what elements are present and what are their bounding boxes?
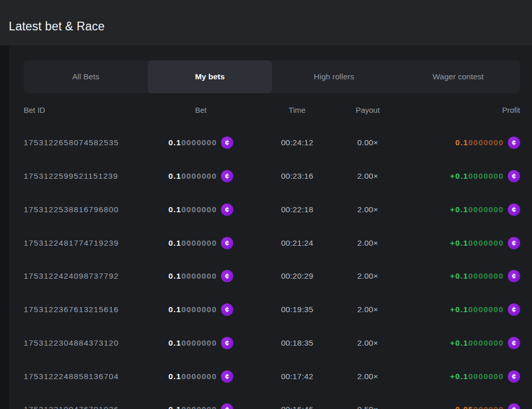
table-row[interactable]: 1753122248858136704 0.10000000 ¢ 00:17:4… [24, 360, 520, 393]
time-value: 00:17:42 [254, 372, 340, 381]
bet-id: 1753122190476791936 [24, 405, 147, 409]
bet-amount-main: 0.1 [168, 138, 181, 147]
bet-amount-main: 0.1 [168, 305, 181, 314]
bet-amount-main: 0.1 [168, 238, 181, 247]
bet-amount: 0.10000000 ¢ [168, 303, 233, 316]
profit-amount-main: +0.1 [450, 305, 468, 314]
profit-cell: 0.05000000 ¢ [396, 403, 520, 409]
bet-id: 1753122304884373120 [24, 338, 147, 348]
profit-amount: 0.10000000 ¢ [455, 137, 520, 149]
coin-icon: ¢ [221, 370, 233, 383]
profit-amount-main: 0.1 [455, 138, 468, 147]
profit-cell: +0.10000000 ¢ [396, 237, 520, 249]
time-value: 00:24:12 [254, 138, 340, 147]
time-value: 00:21:24 [254, 238, 340, 248]
bet-id: 1753122367613215616 [24, 305, 147, 314]
coin-icon: ¢ [508, 237, 520, 249]
table-row[interactable]: 1753122658074582535 0.10000000 ¢ 00:24:1… [24, 126, 520, 160]
profit-amount-main: +0.1 [450, 271, 468, 280]
bet-amount-main: 0.1 [168, 205, 181, 214]
bets-card: All Bets My bets High rollers Wager cont… [9, 45, 532, 409]
profit-amount-main: +0.1 [450, 238, 468, 247]
tab-wager-contest[interactable]: Wager contest [396, 60, 520, 93]
profit-amount-main: +0.1 [450, 172, 468, 180]
time-value: 00:20:29 [254, 271, 340, 281]
coin-icon: ¢ [221, 203, 233, 216]
bet-amount-main: 0.1 [168, 338, 181, 347]
bet-id: 1753122424098737792 [24, 271, 147, 281]
coin-icon: ¢ [508, 170, 520, 182]
bet-amount-main: 0.1 [168, 172, 181, 180]
bet-id: 1753122658074582535 [24, 138, 147, 147]
coin-icon: ¢ [508, 303, 520, 316]
bet-amount-main: 0.1 [168, 271, 181, 280]
table-row[interactable]: 1753122304884373120 0.10000000 ¢ 00:18:3… [24, 327, 520, 360]
table-row[interactable]: 1753122367613215616 0.10000000 ¢ 00:19:3… [24, 293, 520, 327]
profit-cell: +0.10000000 ¢ [396, 170, 520, 182]
payout-value: 2.00× [340, 305, 396, 314]
table-row[interactable]: 1753122424098737792 0.10000000 ¢ 00:20:2… [24, 260, 520, 293]
profit-cell: +0.10000000 ¢ [396, 203, 520, 216]
table-row[interactable]: 1753122538816796800 0.10000000 ¢ 00:22:1… [24, 193, 520, 227]
profit-amount-rest: 0000000 [468, 338, 504, 347]
profit-amount-main: +0.1 [450, 372, 468, 381]
bet-id: 1753122538816796800 [24, 205, 147, 214]
coin-icon: ¢ [508, 370, 520, 383]
column-header-bet: Bet [147, 106, 254, 114]
table-row[interactable]: 1753122190476791936 0.10000000 ¢ 00:16:4… [24, 393, 520, 409]
tab-my-bets[interactable]: My bets [148, 60, 272, 93]
bet-amount-rest: 0000000 [181, 372, 217, 381]
profit-amount: +0.10000000 ¢ [450, 370, 520, 383]
table-header-row: Bet ID Bet Time Payout Profit [24, 93, 520, 126]
time-value: 00:23:16 [254, 172, 340, 181]
time-value: 00:18:35 [254, 338, 340, 348]
tab-high-rollers[interactable]: High rollers [272, 60, 396, 93]
table-row[interactable]: 1753122481774719239 0.10000000 ¢ 00:21:2… [24, 226, 520, 260]
profit-amount: +0.10000000 ¢ [450, 203, 520, 216]
bet-amount-main: 0.1 [168, 405, 181, 409]
payout-value: 2.00× [340, 238, 396, 248]
bet-amount: 0.10000000 ¢ [168, 337, 233, 349]
coin-icon: ¢ [221, 337, 233, 349]
coin-icon: ¢ [221, 237, 233, 249]
profit-amount: +0.10000000 ¢ [450, 270, 520, 282]
time-value: 00:19:35 [254, 305, 340, 314]
profit-cell: 0.10000000 ¢ [396, 137, 520, 149]
profit-cell: +0.10000000 ¢ [396, 337, 520, 349]
profit-amount-main: +0.1 [450, 338, 468, 347]
tab-all-bets[interactable]: All Bets [24, 60, 148, 93]
column-header-payout: Payout [340, 106, 396, 114]
time-value: 00:16:46 [254, 405, 340, 409]
bets-tabbar: All Bets My bets High rollers Wager cont… [24, 60, 520, 93]
profit-amount-main: +0.1 [450, 205, 468, 214]
profit-amount-rest: 0000000 [468, 305, 504, 314]
payout-value: 2.00× [340, 338, 396, 348]
profit-amount: 0.05000000 ¢ [455, 403, 520, 409]
coin-icon: ¢ [508, 403, 520, 409]
profit-amount-rest: 000000 [473, 405, 504, 409]
profit-amount: +0.10000000 ¢ [450, 170, 520, 182]
profit-cell: +0.10000000 ¢ [396, 370, 520, 383]
profit-cell: +0.10000000 ¢ [396, 270, 520, 282]
payout-value: 2.00× [340, 205, 396, 214]
bet-amount-rest: 0000000 [181, 305, 217, 314]
profit-amount-rest: 0000000 [468, 372, 504, 381]
profit-amount-rest: 0000000 [468, 205, 504, 214]
bet-amount-rest: 0000000 [181, 405, 217, 409]
coin-icon: ¢ [508, 270, 520, 282]
bet-amount: 0.10000000 ¢ [168, 270, 233, 282]
bet-id: 1753122248858136704 [24, 372, 147, 381]
bet-amount: 0.10000000 ¢ [168, 137, 233, 149]
profit-amount-rest: 0000000 [468, 238, 504, 247]
bet-amount: 0.10000000 ¢ [168, 203, 233, 216]
bet-id: 1753122481774719239 [24, 238, 147, 248]
column-header-time: Time [254, 106, 340, 114]
profit-amount-main: 0.05 [455, 405, 473, 409]
bet-amount-rest: 0000000 [181, 205, 217, 214]
table-row[interactable]: 1753122599521151239 0.10000000 ¢ 00:23:1… [24, 160, 520, 193]
coin-icon: ¢ [221, 270, 233, 282]
section-header: Latest bet & Race [0, 0, 532, 45]
bet-amount-main: 0.1 [168, 372, 181, 381]
table-body: 1753122658074582535 0.10000000 ¢ 00:24:1… [24, 126, 520, 409]
coin-icon: ¢ [221, 170, 233, 182]
